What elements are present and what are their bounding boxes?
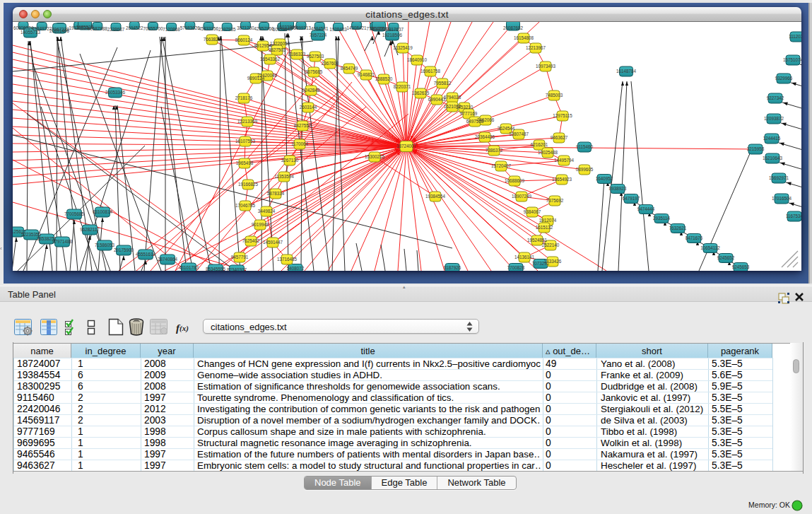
svg-text:10688609: 10688609 bbox=[505, 178, 525, 183]
svg-text:1640952: 1640952 bbox=[596, 176, 613, 181]
svg-text:9527503: 9527503 bbox=[307, 54, 324, 59]
svg-text:18724007: 18724007 bbox=[396, 144, 417, 148]
svg-text:9777169: 9777169 bbox=[460, 111, 478, 116]
svg-text:2367608: 2367608 bbox=[322, 61, 339, 66]
svg-text:70855700: 70855700 bbox=[143, 26, 163, 31]
svg-text:42857966: 42857966 bbox=[254, 26, 275, 31]
svg-text:28740864: 28740864 bbox=[158, 257, 178, 262]
svg-text:8660124: 8660124 bbox=[235, 37, 253, 42]
svg-text:45833156: 45833156 bbox=[199, 26, 219, 31]
svg-text:18907249: 18907249 bbox=[512, 194, 532, 199]
svg-text:14495794: 14495794 bbox=[554, 158, 575, 163]
svg-text:15720407: 15720407 bbox=[491, 163, 512, 168]
svg-text:5878334: 5878334 bbox=[267, 191, 285, 196]
svg-text:9463627: 9463627 bbox=[551, 135, 568, 140]
svg-text:12093872: 12093872 bbox=[764, 116, 784, 121]
svg-text:16033809: 16033809 bbox=[277, 25, 298, 30]
svg-text:8220371: 8220371 bbox=[394, 84, 411, 89]
svg-text:71586053: 71586053 bbox=[95, 243, 115, 247]
svg-text:2694522: 2694522 bbox=[126, 25, 143, 30]
svg-text:12975115: 12975115 bbox=[553, 113, 572, 118]
svg-text:9115460: 9115460 bbox=[576, 144, 594, 149]
svg-text:9245652: 9245652 bbox=[717, 255, 735, 260]
svg-text:1938483: 1938483 bbox=[329, 27, 347, 32]
svg-text:7632621: 7632621 bbox=[669, 226, 687, 230]
svg-text:2935114: 2935114 bbox=[653, 216, 671, 221]
svg-text:0899605: 0899605 bbox=[576, 167, 594, 172]
svg-text:16210643: 16210643 bbox=[763, 156, 783, 160]
svg-text:16961758: 16961758 bbox=[420, 69, 441, 74]
svg-text:97971488: 97971488 bbox=[52, 239, 73, 244]
svg-text:16148784: 16148784 bbox=[616, 69, 637, 74]
svg-text:3624544: 3624544 bbox=[498, 126, 515, 131]
svg-text:7386372: 7386372 bbox=[486, 148, 503, 153]
svg-text:14308421: 14308421 bbox=[347, 25, 367, 30]
svg-text:7375692: 7375692 bbox=[546, 198, 564, 203]
svg-text:8427552: 8427552 bbox=[294, 123, 312, 128]
svg-text:3449824: 3449824 bbox=[258, 209, 276, 214]
svg-text:19524851: 19524851 bbox=[527, 238, 548, 243]
svg-text:9384067: 9384067 bbox=[524, 209, 541, 214]
svg-text:4684531: 4684531 bbox=[311, 26, 329, 31]
svg-text:15692971: 15692971 bbox=[769, 175, 789, 180]
svg-text:14055713: 14055713 bbox=[20, 30, 41, 35]
svg-text:1733426: 1733426 bbox=[544, 259, 562, 264]
svg-text:2603144: 2603144 bbox=[300, 105, 317, 110]
svg-text:7700828: 7700828 bbox=[507, 265, 525, 270]
svg-text:7957224: 7957224 bbox=[310, 33, 327, 37]
svg-text:19218506: 19218506 bbox=[382, 33, 403, 37]
svg-text:1244415: 1244415 bbox=[763, 136, 781, 141]
svg-text:12213967: 12213967 bbox=[526, 45, 546, 50]
svg-text:9890124: 9890124 bbox=[247, 76, 265, 81]
svg-text:9146821: 9146821 bbox=[358, 72, 375, 77]
svg-text:8187926: 8187926 bbox=[444, 265, 461, 270]
svg-text:9227342: 9227342 bbox=[767, 95, 784, 100]
svg-text:3215958: 3215958 bbox=[747, 146, 765, 151]
svg-text:57683626: 57683626 bbox=[180, 25, 201, 30]
svg-text:1085528: 1085528 bbox=[76, 25, 94, 30]
svg-text:1588520: 1588520 bbox=[375, 76, 393, 81]
svg-text:8813054: 8813054 bbox=[370, 26, 388, 31]
svg-text:1112031: 1112031 bbox=[789, 34, 801, 39]
svg-text:15300215: 15300215 bbox=[365, 154, 385, 159]
svg-text:45551614: 45551614 bbox=[136, 252, 156, 257]
svg-text:96282117: 96282117 bbox=[80, 227, 100, 232]
svg-text:2718176: 2718176 bbox=[235, 95, 253, 100]
svg-text:6479197: 6479197 bbox=[623, 196, 640, 201]
svg-text:9457791: 9457791 bbox=[231, 255, 249, 259]
svg-text:82340307: 82340307 bbox=[227, 267, 247, 271]
svg-text:3871230: 3871230 bbox=[237, 25, 254, 30]
svg-text:1170064: 1170064 bbox=[291, 141, 309, 146]
svg-text:6216201: 6216201 bbox=[531, 142, 548, 147]
svg-text:2522140: 2522140 bbox=[542, 243, 560, 247]
svg-text:10807487: 10807487 bbox=[509, 132, 529, 136]
svg-text:7120868: 7120868 bbox=[163, 27, 180, 32]
svg-text:1615132: 1615132 bbox=[536, 225, 553, 230]
svg-text:77005685: 77005685 bbox=[64, 211, 85, 216]
svg-text:8938923: 8938923 bbox=[609, 186, 627, 191]
svg-text:3675685: 3675685 bbox=[305, 69, 323, 74]
svg-text:7462066: 7462066 bbox=[477, 117, 495, 122]
svg-text:1167534: 1167534 bbox=[786, 214, 801, 218]
svg-text:9827503: 9827503 bbox=[269, 47, 286, 52]
svg-text:3267130: 3267130 bbox=[281, 158, 299, 163]
svg-text:16107553: 16107553 bbox=[235, 139, 256, 144]
svg-text:1965498: 1965498 bbox=[236, 160, 254, 165]
svg-text:(x): (x) bbox=[180, 324, 189, 333]
svg-text:10654112: 10654112 bbox=[700, 245, 720, 250]
svg-text:16154808: 16154808 bbox=[514, 35, 534, 40]
svg-text:9242848: 9242848 bbox=[302, 88, 320, 93]
svg-text:15751074: 15751074 bbox=[783, 57, 801, 62]
svg-text:13654923: 13654923 bbox=[552, 177, 572, 182]
svg-text:63100814: 63100814 bbox=[93, 209, 113, 214]
svg-text:6794028: 6794028 bbox=[444, 95, 461, 100]
svg-text:2338687: 2338687 bbox=[107, 27, 125, 32]
svg-text:19166825: 19166825 bbox=[238, 182, 259, 187]
svg-text:18640910: 18640910 bbox=[407, 57, 428, 62]
svg-text:14591447: 14591447 bbox=[263, 240, 283, 245]
svg-text:1362635: 1362635 bbox=[412, 90, 430, 95]
svg-text:20087682: 20087682 bbox=[503, 25, 524, 30]
svg-text:8471676: 8471676 bbox=[686, 235, 703, 240]
svg-text:19384554: 19384554 bbox=[425, 194, 446, 199]
svg-text:17016504: 17016504 bbox=[772, 196, 792, 201]
